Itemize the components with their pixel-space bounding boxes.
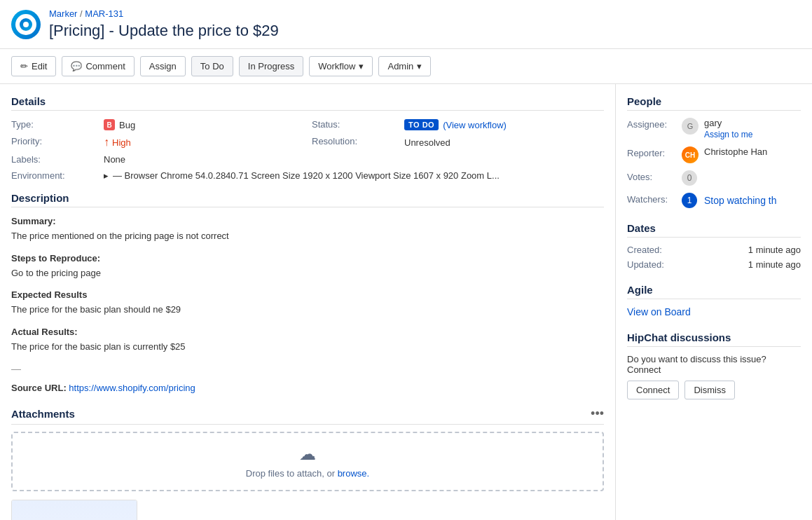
dates-section: Dates Created: 1 minute ago Updated: 1 m… [627, 222, 801, 270]
breadcrumb: Marker / MAR-131 [49, 8, 279, 19]
comment-button[interactable]: 💬 Comment [62, 56, 134, 76]
watchers-label: Watchers: [627, 194, 676, 205]
stop-watching-link[interactable]: Stop watching th [704, 195, 777, 206]
actual-block: Actual Results: The price for the basic … [11, 327, 604, 354]
dates-title: Dates [627, 222, 801, 238]
attachments-title: Attachments [11, 408, 75, 420]
steps-label: Steps to Reproduce: [11, 253, 604, 264]
actual-text: The price for the basic plan is currentl… [11, 340, 604, 354]
resolution-value: Unresolved [404, 136, 604, 149]
assignee-avatar: G [682, 118, 699, 135]
type-label: Type: [11, 119, 95, 130]
todo-button[interactable]: To Do [191, 56, 233, 76]
attachments-header: Attachments ••• [11, 406, 604, 425]
hipchat-text: Do you want to discuss this issue? Conne… [627, 354, 801, 375]
expected-block: Expected Results The price for the basic… [11, 289, 604, 317]
summary-text: The price mentioned on the pricing page … [11, 229, 604, 243]
hipchat-actions: Connect Dismiss [627, 381, 801, 399]
priority-label: Priority: [11, 136, 95, 149]
steps-text: Go to the pricing page [11, 266, 604, 280]
page-header: Marker / MAR-131 [Pricing] - Update the … [0, 0, 812, 49]
edit-button[interactable]: ✏ Edit [11, 56, 56, 76]
updated-label: Updated: [627, 259, 664, 270]
assignee-name: gary [704, 118, 752, 128]
browse-link[interactable]: browse. [338, 468, 370, 479]
resolution-label: Resolution: [312, 136, 396, 149]
hipchat-title: HipChat discussions [627, 331, 801, 347]
reporter-name: Christophe Han [704, 146, 767, 157]
details-section-title: Details [11, 95, 604, 111]
votes-count: 0 [682, 170, 697, 186]
created-row: Created: 1 minute ago [627, 245, 801, 255]
votes-row: Votes: 0 [627, 170, 801, 186]
labels-value: None [104, 154, 303, 165]
actual-label: Actual Results: [11, 327, 604, 337]
comment-icon: 💬 [71, 61, 82, 71]
chevron-down-icon: ▾ [417, 61, 422, 71]
source-link[interactable]: https://www.shopify.com/pricing [69, 383, 195, 393]
priority-icon: ↑ [104, 136, 109, 149]
type-value: B Bug [104, 119, 303, 130]
description-section: Description Summary: The price mentioned… [11, 192, 604, 395]
toolbar: ✏ Edit 💬 Comment Assign To Do In Progres… [0, 49, 812, 84]
edit-icon: ✏ [20, 61, 28, 71]
drop-text: Drop files to attach, or [246, 468, 335, 479]
summary-label: Summary: [11, 216, 604, 226]
summary-block: Summary: The price mentioned on the pric… [11, 216, 604, 243]
description-title: Description [11, 192, 604, 207]
expected-text: The price for the basic plan should ne $… [11, 303, 604, 317]
attachments-section: Attachments ••• ☁ Drop files to attach, … [11, 406, 604, 521]
view-on-board-link[interactable]: View on Board [627, 306, 691, 317]
assign-button[interactable]: Assign [140, 56, 186, 76]
main-content: Details Type: B Bug Status: TO DO (View … [0, 84, 812, 520]
in-progress-button[interactable]: In Progress [239, 56, 303, 76]
breadcrumb-issue[interactable]: MAR-131 [85, 8, 123, 19]
source-url-row: Source URL: https://www.shopify.com/pric… [11, 381, 604, 395]
watchers-row: Watchers: 1 Stop watching th [627, 193, 801, 208]
more-button[interactable]: ••• [591, 406, 604, 421]
assign-to-me-link[interactable]: Assign to me [704, 130, 752, 139]
dismiss-button[interactable]: Dismiss [684, 381, 735, 399]
updated-row: Updated: 1 minute ago [627, 259, 801, 270]
drop-zone[interactable]: ☁ Drop files to attach, or browse. [11, 432, 604, 491]
priority-value: ↑ High [104, 136, 303, 149]
upload-icon: ☁ [24, 444, 591, 464]
status-badge: TO DO [404, 119, 439, 130]
workflow-button[interactable]: Workflow ▾ [309, 56, 373, 76]
steps-block: Steps to Reproduce: Go to the pricing pa… [11, 253, 604, 280]
hipchat-section: HipChat discussions Do you want to discu… [627, 331, 801, 399]
right-panel: People Assignee: G gary Assign to me Rep… [616, 84, 812, 520]
reporter-info: Christophe Han [704, 146, 767, 157]
assignee-row: Assignee: G gary Assign to me [627, 118, 801, 139]
app-logo [11, 10, 41, 39]
updated-value: 1 minute ago [748, 259, 801, 270]
agile-section: Agile View on Board [627, 284, 801, 317]
left-panel: Details Type: B Bug Status: TO DO (View … [0, 84, 616, 520]
environment-label: Environment: [11, 170, 95, 181]
attachment-thumbnail[interactable]: Set up your store, pick a plan later By … [11, 500, 137, 521]
labels-label: Labels: [11, 154, 95, 165]
watchers-info: 1 Stop watching th [682, 193, 777, 208]
watchers-count: 1 [682, 193, 697, 208]
connect-button[interactable]: Connect [627, 381, 679, 399]
votes-label: Votes: [627, 172, 676, 182]
expected-label: Expected Results [11, 289, 604, 300]
assignee-label: Assignee: [627, 119, 676, 130]
breadcrumb-project[interactable]: Marker [49, 8, 77, 19]
people-section: People Assignee: G gary Assign to me Rep… [627, 95, 801, 208]
details-grid: Type: B Bug Status: TO DO (View workflow… [11, 119, 604, 181]
page-title: [Pricing] - Update the price to $29 [49, 22, 279, 40]
assignee-info: gary Assign to me [704, 118, 752, 139]
view-workflow-link[interactable]: (View workflow) [443, 120, 507, 130]
divider: — [11, 363, 604, 374]
created-value: 1 minute ago [748, 245, 801, 255]
status-value: TO DO (View workflow) [404, 119, 604, 130]
created-label: Created: [627, 245, 662, 255]
people-title: People [627, 95, 801, 111]
chevron-down-icon: ▾ [359, 61, 364, 71]
source-label: Source URL: [11, 383, 67, 393]
admin-button[interactable]: Admin ▾ [378, 56, 431, 76]
environment-value: ▸ — Browser Chrome 54.0.2840.71 Screen S… [104, 170, 604, 181]
env-expand-icon[interactable]: ▸ [104, 170, 109, 181]
reporter-avatar: CH [682, 146, 699, 163]
